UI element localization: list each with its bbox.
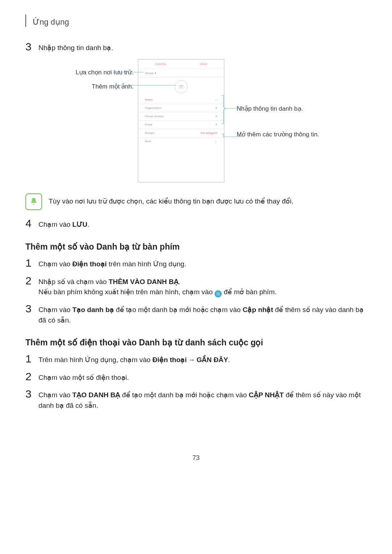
text: Chạm vào [38, 391, 72, 399]
text: . [228, 356, 230, 364]
step-3: 3 Nhập thông tin danh bạ. [25, 41, 367, 53]
phone-mock: CANCEL SAVE Device ▾ Name ⌄ [138, 59, 224, 182]
camera-icon [175, 80, 188, 93]
phonenum-label: Phone number [145, 115, 164, 118]
step-number: 3 [25, 41, 38, 52]
photo-row [138, 78, 224, 96]
step-text: Chạm vào một số điện thoại. [38, 371, 129, 383]
bold-text: CẬP NHẬT [249, 391, 283, 399]
text: Trên màn hình Ứng dụng, chạm vào [38, 356, 152, 364]
text: Chạm vào [38, 260, 72, 268]
step-text: Nhập thông tin danh bạ. [38, 41, 113, 53]
bold-text: Điện thoại [72, 260, 107, 268]
more-label: More [145, 140, 151, 143]
name-row: Name ⌄ [138, 96, 224, 104]
step-4: 4 Chạm vào LƯU. [25, 218, 367, 230]
callout-photo: Thêm một ảnh. [51, 83, 138, 90]
save-label: SAVE [200, 62, 208, 66]
text: để mở bàn phím. [224, 288, 277, 296]
callout-more-fields: Mở thêm các trường thông tin. [232, 131, 341, 138]
email-label: Email [145, 123, 152, 126]
step-number: 2 [25, 275, 38, 286]
keypad-icon [215, 290, 222, 297]
text: Nếu bàn phím không xuất hiện trên màn hì… [38, 288, 215, 296]
sectionB-step-3: 3 Chạm vào TẠO DANH BẠ để tạo một danh b… [25, 389, 367, 411]
page-number: 73 [25, 454, 367, 462]
step-number: 3 [25, 303, 38, 314]
name-label: Name [145, 98, 152, 101]
text: Chạm vào [38, 221, 72, 228]
step-text: Chạm vào Tạo danh bạ để tạo một danh bạ … [38, 303, 367, 325]
section-heading-keypad: Thêm một số vào Danh bạ từ bàn phím [25, 242, 367, 252]
text: Nhập số và chạm vào [38, 278, 109, 286]
illustration: Lựa chọn nơi lưu trữ. Thêm một ảnh. CANC… [25, 59, 367, 182]
storage-value: Device ▾ [145, 71, 156, 75]
bold-text: Tạo danh bạ [72, 306, 114, 313]
text: trên màn hình Ứng dụng. [107, 260, 186, 268]
groups-row: Groups Not assigned [138, 129, 224, 138]
storage-row: Device ▾ [138, 69, 224, 78]
svg-point-2 [180, 86, 182, 87]
phonenum-row: Phone number + [138, 112, 224, 121]
step-number: 1 [25, 353, 38, 364]
phone-actionbar: CANCEL SAVE [138, 59, 224, 69]
step-number: 2 [25, 371, 38, 382]
bold-text: TẠO DANH BẠ [72, 391, 120, 399]
breadcrumb: Ứng dụng [25, 15, 367, 27]
text: Chạm vào [38, 306, 72, 313]
plus-icon: + [215, 114, 217, 118]
text: để tạo một danh bạ mới hoặc chạm vào [120, 391, 249, 399]
callout-storage: Lựa chọn nơi lưu trữ. [51, 69, 138, 76]
bold-text: GẦN ĐÂY [197, 356, 228, 364]
bold-text: Điện thoại [152, 356, 187, 364]
note-text: Tùy vào nơi lưu trữ được chọn, các kiểu … [49, 193, 294, 207]
cancel-label: CANCEL [155, 62, 167, 66]
step-text: Nhập số và chạm vào THÊM VÀO DANH BẠ. Nế… [38, 275, 277, 298]
arrow-icon: → [187, 356, 197, 364]
chevron-down-icon: ⌄ [215, 140, 217, 143]
bold-text: Cập nhật [242, 306, 273, 313]
step-text: Chạm vào TẠO DANH BẠ để tạo một danh bạ … [38, 389, 367, 411]
bell-icon [25, 193, 42, 210]
groups-label: Groups [145, 131, 154, 135]
step-text: Chạm vào Điện thoại trên màn hình Ứng dụ… [38, 258, 186, 270]
text: để tạo một danh bạ mới hoặc chạm vào [114, 306, 242, 313]
note: Tùy vào nơi lưu trữ được chọn, các kiểu … [25, 193, 367, 210]
email-row: Email + [138, 121, 224, 129]
breadcrumb-text: Ứng dụng [33, 17, 69, 27]
sectionA-step-1: 1 Chạm vào Điện thoại trên màn hình Ứng … [25, 258, 367, 270]
sectionB-step-2: 2 Chạm vào một số điện thoại. [25, 371, 367, 383]
sectionA-step-2: 2 Nhập số và chạm vào THÊM VÀO DANH BẠ. … [25, 275, 367, 298]
step-number: 1 [25, 258, 38, 268]
step-number: 3 [25, 389, 38, 399]
org-label: Organization [145, 106, 161, 110]
text: . [179, 278, 180, 286]
sectionB-step-1: 1 Trên màn hình Ứng dụng, chạm vào Điện … [25, 353, 367, 365]
plus-icon: + [215, 106, 217, 110]
groups-value: Not assigned [200, 131, 217, 135]
bold-text: THÊM VÀO DANH BẠ [109, 278, 178, 286]
section-heading-calllog: Thêm một số điện thoại vào Danh bạ từ da… [25, 338, 367, 348]
chevron-down-icon: ⌄ [215, 98, 217, 102]
callout-enter-info: Nhập thông tin danh bạ. [232, 105, 341, 112]
step-text: Chạm vào LƯU. [38, 218, 89, 230]
step-number: 4 [25, 218, 38, 229]
org-row: Organization + [138, 104, 224, 112]
sectionA-step-3: 3 Chạm vào Tạo danh bạ để tạo một danh b… [25, 303, 367, 325]
text: . [87, 221, 89, 228]
step-text: Trên màn hình Ứng dụng, chạm vào Điện th… [38, 353, 230, 365]
plus-icon: + [215, 123, 217, 127]
bold-text: LƯU [72, 221, 87, 228]
more-row: More ⌄ [138, 138, 224, 145]
